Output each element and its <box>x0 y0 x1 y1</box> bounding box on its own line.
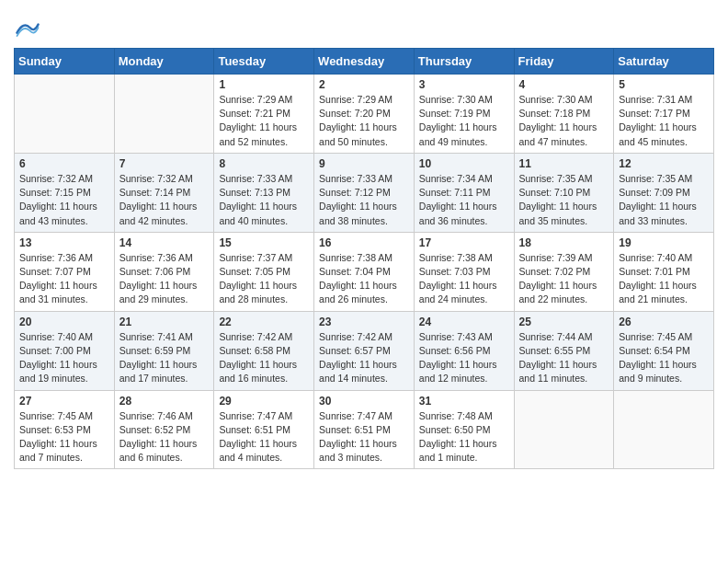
daylight-text: Daylight: 11 hours and 29 minutes. <box>119 280 198 304</box>
day-number: 14 <box>119 236 210 249</box>
day-number: 2 <box>319 78 409 91</box>
daylight-text: Daylight: 11 hours and 16 minutes. <box>219 359 297 384</box>
day-number: 19 <box>619 236 709 249</box>
day-number: 3 <box>419 78 509 91</box>
sunset-text: Sunset: 7:11 PM <box>419 187 491 198</box>
sunset-text: Sunset: 6:53 PM <box>19 424 91 435</box>
calendar-cell: 25Sunrise: 7:44 AMSunset: 6:55 PMDayligh… <box>514 311 614 390</box>
sunrise-text: Sunrise: 7:39 AM <box>519 252 593 263</box>
sunrise-text: Sunrise: 7:35 AM <box>519 173 593 184</box>
cell-content: Sunrise: 7:36 AMSunset: 7:06 PMDaylight:… <box>119 251 210 307</box>
sunrise-text: Sunrise: 7:29 AM <box>219 94 292 105</box>
daylight-text: Daylight: 11 hours and 6 minutes. <box>119 438 198 463</box>
sunrise-text: Sunrise: 7:36 AM <box>19 252 93 263</box>
col-header-thursday: Thursday <box>414 49 514 75</box>
day-number: 22 <box>219 316 309 328</box>
sunset-text: Sunset: 7:17 PM <box>619 108 690 119</box>
sunrise-text: Sunrise: 7:47 AM <box>219 410 292 421</box>
sunset-text: Sunset: 7:07 PM <box>19 266 91 277</box>
calendar-cell: 15Sunrise: 7:37 AMSunset: 7:05 PMDayligh… <box>214 232 314 311</box>
sunrise-text: Sunrise: 7:48 AM <box>419 410 493 421</box>
logo <box>14 15 43 40</box>
daylight-text: Daylight: 11 hours and 17 minutes. <box>119 359 198 384</box>
calendar-cell: 12Sunrise: 7:35 AMSunset: 7:09 PMDayligh… <box>614 153 714 232</box>
cell-content: Sunrise: 7:43 AMSunset: 6:56 PMDaylight:… <box>419 330 509 386</box>
daylight-text: Daylight: 11 hours and 36 minutes. <box>419 201 497 225</box>
sunrise-text: Sunrise: 7:31 AM <box>619 94 692 105</box>
calendar-cell: 9Sunrise: 7:33 AMSunset: 7:12 PMDaylight… <box>314 153 415 232</box>
calendar-cell: 14Sunrise: 7:36 AMSunset: 7:06 PMDayligh… <box>114 232 214 311</box>
calendar-cell: 1Sunrise: 7:29 AMSunset: 7:21 PMDaylight… <box>214 75 314 154</box>
calendar-cell <box>514 390 614 469</box>
calendar-cell: 2Sunrise: 7:29 AMSunset: 7:20 PMDaylight… <box>314 75 415 154</box>
daylight-text: Daylight: 11 hours and 9 minutes. <box>619 359 697 384</box>
sunset-text: Sunset: 7:10 PM <box>519 187 591 198</box>
page: SundayMondayTuesdayWednesdayThursdayFrid… <box>0 0 728 563</box>
calendar-cell: 4Sunrise: 7:30 AMSunset: 7:18 PMDaylight… <box>514 75 614 154</box>
cell-content: Sunrise: 7:45 AMSunset: 6:54 PMDaylight:… <box>619 330 709 386</box>
cell-content: Sunrise: 7:44 AMSunset: 6:55 PMDaylight:… <box>519 330 609 386</box>
cell-content: Sunrise: 7:42 AMSunset: 6:58 PMDaylight:… <box>219 330 309 386</box>
cell-content: Sunrise: 7:29 AMSunset: 7:20 PMDaylight:… <box>319 93 409 149</box>
cell-content: Sunrise: 7:32 AMSunset: 7:15 PMDaylight:… <box>19 172 109 228</box>
cell-content: Sunrise: 7:47 AMSunset: 6:51 PMDaylight:… <box>219 409 309 465</box>
cell-content: Sunrise: 7:30 AMSunset: 7:18 PMDaylight:… <box>519 93 609 149</box>
calendar-cell: 31Sunrise: 7:48 AMSunset: 6:50 PMDayligh… <box>414 390 514 469</box>
sunset-text: Sunset: 6:55 PM <box>519 345 591 356</box>
sunrise-text: Sunrise: 7:41 AM <box>119 331 193 342</box>
sunset-text: Sunset: 6:51 PM <box>319 424 391 435</box>
cell-content: Sunrise: 7:31 AMSunset: 7:17 PMDaylight:… <box>619 93 709 149</box>
calendar-cell: 10Sunrise: 7:34 AMSunset: 7:11 PMDayligh… <box>414 153 514 232</box>
daylight-text: Daylight: 11 hours and 49 minutes. <box>419 121 497 146</box>
col-header-wednesday: Wednesday <box>314 49 415 75</box>
day-number: 4 <box>519 78 609 91</box>
cell-content: Sunrise: 7:36 AMSunset: 7:07 PMDaylight:… <box>19 251 109 307</box>
daylight-text: Daylight: 11 hours and 19 minutes. <box>19 359 97 384</box>
calendar-cell: 16Sunrise: 7:38 AMSunset: 7:04 PMDayligh… <box>314 232 415 311</box>
cell-content: Sunrise: 7:38 AMSunset: 7:04 PMDaylight:… <box>319 251 409 307</box>
calendar-table: SundayMondayTuesdayWednesdayThursdayFrid… <box>14 48 714 469</box>
sunset-text: Sunset: 7:01 PM <box>619 266 690 277</box>
sunset-text: Sunset: 7:19 PM <box>419 108 491 119</box>
sunset-text: Sunset: 7:09 PM <box>619 187 690 198</box>
calendar-cell: 24Sunrise: 7:43 AMSunset: 6:56 PMDayligh… <box>414 311 514 390</box>
week-row-5: 27Sunrise: 7:45 AMSunset: 6:53 PMDayligh… <box>15 390 714 469</box>
day-number: 30 <box>319 395 409 408</box>
cell-content: Sunrise: 7:32 AMSunset: 7:14 PMDaylight:… <box>119 172 210 228</box>
cell-content: Sunrise: 7:46 AMSunset: 6:52 PMDaylight:… <box>119 409 210 465</box>
calendar-cell: 26Sunrise: 7:45 AMSunset: 6:54 PMDayligh… <box>614 311 714 390</box>
cell-content: Sunrise: 7:33 AMSunset: 7:13 PMDaylight:… <box>219 172 309 228</box>
daylight-text: Daylight: 11 hours and 14 minutes. <box>319 359 397 384</box>
day-number: 16 <box>319 236 409 249</box>
week-row-3: 13Sunrise: 7:36 AMSunset: 7:07 PMDayligh… <box>15 232 714 311</box>
day-number: 24 <box>419 316 509 328</box>
day-number: 15 <box>219 236 309 249</box>
day-number: 11 <box>519 157 609 170</box>
sunrise-text: Sunrise: 7:46 AM <box>119 410 193 421</box>
daylight-text: Daylight: 11 hours and 52 minutes. <box>219 121 297 146</box>
daylight-text: Daylight: 11 hours and 3 minutes. <box>319 438 397 463</box>
calendar-cell <box>15 75 115 154</box>
daylight-text: Daylight: 11 hours and 50 minutes. <box>319 121 397 146</box>
week-row-1: 1Sunrise: 7:29 AMSunset: 7:21 PMDaylight… <box>15 75 714 154</box>
sunset-text: Sunset: 6:58 PM <box>219 345 290 356</box>
day-number: 25 <box>519 316 609 328</box>
sunset-text: Sunset: 7:12 PM <box>319 187 391 198</box>
sunset-text: Sunset: 7:03 PM <box>419 266 491 277</box>
daylight-text: Daylight: 11 hours and 40 minutes. <box>219 201 297 225</box>
sunrise-text: Sunrise: 7:36 AM <box>119 252 193 263</box>
calendar-cell: 21Sunrise: 7:41 AMSunset: 6:59 PMDayligh… <box>114 311 214 390</box>
sunrise-text: Sunrise: 7:32 AM <box>19 173 93 184</box>
day-number: 28 <box>119 395 210 408</box>
col-header-tuesday: Tuesday <box>214 49 314 75</box>
calendar-cell: 18Sunrise: 7:39 AMSunset: 7:02 PMDayligh… <box>514 232 614 311</box>
sunset-text: Sunset: 7:02 PM <box>519 266 591 277</box>
sunrise-text: Sunrise: 7:44 AM <box>519 331 593 342</box>
col-header-sunday: Sunday <box>15 49 115 75</box>
calendar-cell <box>614 390 714 469</box>
day-number: 31 <box>419 395 509 408</box>
day-number: 5 <box>619 78 709 91</box>
sunset-text: Sunset: 7:00 PM <box>19 345 91 356</box>
day-number: 18 <box>519 236 609 249</box>
daylight-text: Daylight: 11 hours and 1 minute. <box>419 438 497 463</box>
